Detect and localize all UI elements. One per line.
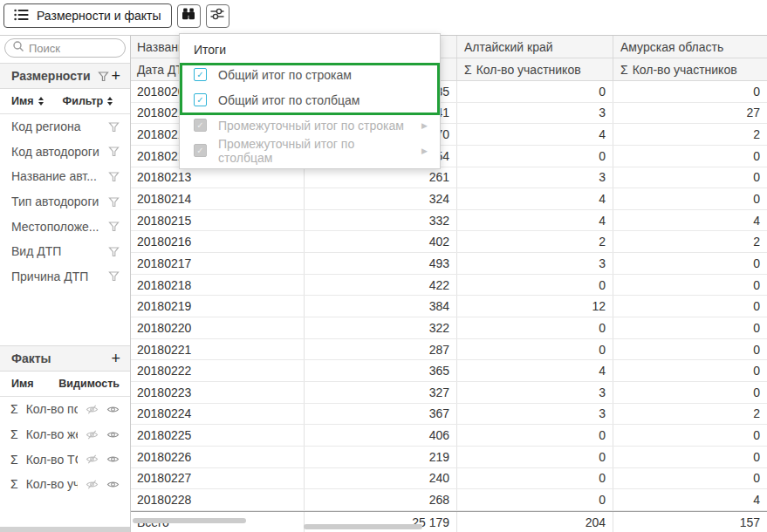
table-row: 20180216 402 2 2 <box>131 231 767 253</box>
total-value-cell: 406 <box>305 425 457 446</box>
check-icon: ✓ <box>196 96 203 105</box>
list-icon <box>14 9 29 24</box>
total-value-cell: 367 <box>305 404 457 425</box>
altai-value-cell: 0 <box>457 447 613 467</box>
altai-value-cell: 2 <box>457 231 613 252</box>
filter-icon[interactable] <box>108 270 120 282</box>
checkbox[interactable]: ✓ <box>194 144 207 157</box>
menu-item[interactable]: ✓ Общий итог по строкам ▶ <box>180 62 440 87</box>
checkbox[interactable]: ✓ <box>194 119 207 132</box>
filter-icon[interactable] <box>108 196 120 208</box>
submenu-arrow-icon[interactable]: ▶ <box>421 121 428 130</box>
menu-item[interactable]: ✓ Промежуточный итог по строкам ▶ <box>180 113 440 138</box>
search-input[interactable] <box>29 42 116 55</box>
eye-icon[interactable] <box>106 404 120 415</box>
dimension-item[interactable]: Местоположе... <box>0 214 130 239</box>
dimensions-section-header: Размерности + <box>0 63 130 89</box>
add-fact-button[interactable]: + <box>111 351 120 366</box>
h-scrollbar-left-pane[interactable] <box>133 518 246 523</box>
search-data-button[interactable] <box>177 4 201 28</box>
sidebar-scrollbar[interactable] <box>0 527 130 532</box>
dimension-item[interactable]: Название авт... <box>0 164 130 189</box>
submenu-arrow-icon[interactable]: ▶ <box>421 147 428 155</box>
dimensions-facts-button[interactable]: Размерности и факты <box>3 3 172 28</box>
sort-name-control[interactable] <box>38 97 44 106</box>
checkbox[interactable]: ✓ <box>194 68 207 81</box>
filter-icon[interactable] <box>108 171 120 182</box>
fact-item[interactable]: Σ Кол-во жертв <box>0 422 130 447</box>
altai-value-cell: 0 <box>457 489 613 510</box>
table-row: 20180215 332 4 4 <box>131 210 767 232</box>
add-dimension-button[interactable]: + <box>111 68 120 84</box>
fact-item[interactable]: Σ Кол-во участ... <box>0 472 130 497</box>
eye-off-icon[interactable] <box>86 404 99 415</box>
view-settings-button[interactable] <box>206 4 229 28</box>
fact-item[interactable]: Σ Кол-во ТС <box>0 447 130 472</box>
amur-value-cell: 0 <box>613 188 767 209</box>
altai-value-cell: 0 <box>457 468 613 489</box>
table-row: 20180219 384 12 0 <box>131 296 767 317</box>
dimension-item[interactable]: Код региона <box>0 114 130 140</box>
fact-item[interactable]: Σ Кол-во поги... <box>0 397 130 422</box>
amur-value-cell: 4 <box>613 210 767 231</box>
measure-header[interactable]: Σ Кол-во участников <box>457 58 613 80</box>
altai-value-cell: 0 <box>457 317 613 338</box>
dimension-item[interactable]: Вид ДТП <box>0 239 130 264</box>
dimension-item[interactable]: Тип автодороги <box>0 189 130 215</box>
total-value-cell: 268 <box>305 489 457 510</box>
check-icon: ✓ <box>196 147 203 155</box>
date-cell: 20180222 <box>131 360 305 381</box>
total-value-cell: 240 <box>305 468 457 489</box>
check-icon: ✓ <box>196 71 203 79</box>
sigma-icon: Σ <box>620 63 628 77</box>
filter-icon[interactable] <box>108 146 120 157</box>
check-icon: ✓ <box>196 121 203 130</box>
amur-value-cell: 0 <box>613 339 767 360</box>
eye-icon[interactable] <box>106 454 120 465</box>
grand-total-amur: 157 <box>613 512 767 532</box>
amur-value-cell: 0 <box>613 468 767 489</box>
measure-header[interactable]: Σ Кол-во участников <box>613 58 767 80</box>
amur-value-cell: 0 <box>613 167 767 188</box>
totals-menu: Итоги ✓ Общий итог по строкам ▶ ✓ Общий … <box>179 33 441 169</box>
eye-icon[interactable] <box>106 479 120 490</box>
menu-item[interactable]: ✓ Промежуточный итог по столбцам ▶ <box>180 138 440 163</box>
altai-value-cell: 0 <box>457 81 613 102</box>
date-cell: 20180226 <box>131 447 305 467</box>
altai-value-cell: 3 <box>457 167 613 188</box>
filter-icon[interactable] <box>108 246 120 257</box>
date-cell: 20180225 <box>131 425 305 446</box>
search-icon <box>12 40 24 56</box>
dimension-label: Вид ДТП <box>11 244 108 258</box>
region-header[interactable]: Амурская область <box>613 36 767 58</box>
eye-off-icon[interactable] <box>86 454 99 465</box>
amur-value-cell: 0 <box>613 146 767 167</box>
filter-icon[interactable] <box>108 121 120 133</box>
total-value-cell: 422 <box>305 275 457 296</box>
altai-value-cell: 0 <box>457 275 613 296</box>
date-cell: 20180228 <box>131 489 305 510</box>
amur-value-cell: 2 <box>613 231 767 252</box>
facts-col-visibility: Видимость <box>58 378 120 390</box>
eye-off-icon[interactable] <box>86 479 99 490</box>
sigma-icon: Σ <box>10 402 18 416</box>
table-row: 20180226 219 0 0 <box>131 447 767 468</box>
date-cell: 20180227 <box>131 468 305 489</box>
menu-item[interactable]: ✓ Общий итог по столбцам ▶ <box>180 87 440 113</box>
dimension-item[interactable]: Код автодороги <box>0 140 130 165</box>
eye-icon[interactable] <box>106 429 120 440</box>
dimension-item[interactable]: Причина ДТП <box>0 264 130 290</box>
h-scrollbar-data-pane[interactable] <box>304 524 422 529</box>
checkbox[interactable]: ✓ <box>194 93 207 106</box>
date-cell: 20180215 <box>131 210 305 231</box>
filter-icon[interactable] <box>108 221 120 232</box>
total-value-cell: 384 <box>305 296 457 317</box>
amur-value-cell: 0 <box>613 275 767 296</box>
sort-filter-control[interactable] <box>107 97 113 106</box>
region-header[interactable]: Алтайский край <box>457 36 613 58</box>
dimensions-col-filter: Фильтр <box>63 95 104 107</box>
filter-icon[interactable] <box>98 71 109 82</box>
table-row: 20180218 422 0 0 <box>131 275 767 297</box>
eye-off-icon[interactable] <box>86 429 99 440</box>
total-value-cell: 219 <box>305 447 457 467</box>
